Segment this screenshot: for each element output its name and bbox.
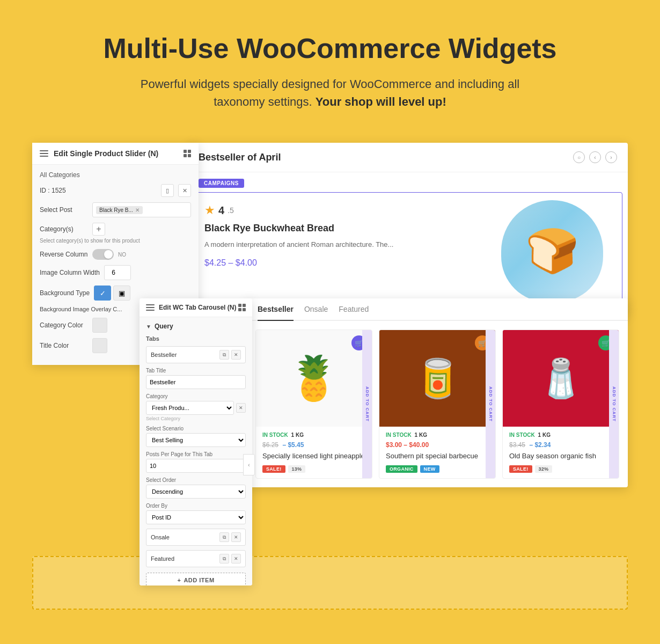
background-type-label: Background Type (40, 289, 90, 297)
add-item-label: ADD ITEM (184, 577, 214, 583)
category-label: Category (146, 393, 246, 399)
add-to-cart-strip-3[interactable]: ADD TO CART (609, 330, 619, 478)
select-scenario-label: Select Scenario (146, 426, 246, 431)
toggle-no-label: NO (118, 252, 126, 258)
carousel-tab-featured[interactable]: Featured (339, 298, 369, 321)
reverse-column-label: Reverse Column (40, 251, 88, 258)
category-select-row: Fresh Produ... ✕ (146, 401, 246, 415)
product-card-1: 🍍 🛒 IN STOCK 1 KG $6.25 – $5.45 Speciall… (255, 330, 372, 479)
beans-icon: 🥫 (414, 356, 461, 400)
id-close-button[interactable]: ✕ (178, 184, 191, 197)
tab-featured-copy[interactable]: ⧉ (219, 554, 229, 564)
tab-item-bestseller: Bestseller ⧉ ✕ (146, 346, 246, 363)
product-card-1-body: IN STOCK 1 KG $6.25 – $5.45 Specially li… (256, 427, 372, 478)
select-order-row: Select Order Descending (146, 477, 246, 499)
tab-bestseller-copy[interactable]: ⧉ (219, 350, 229, 360)
image-column-width-input[interactable] (104, 265, 131, 280)
price-new-3: – $2.34 (529, 441, 551, 449)
hero-title: Multi-Use WooCommerce Widgets (21, 32, 639, 64)
category-select[interactable]: Fresh Produ... (146, 401, 234, 415)
campaigns-badge: CAMPAIGNS (199, 179, 244, 188)
select-scenario-select[interactable]: Best Selling (146, 433, 246, 447)
carousel-tab-onsale[interactable]: Onsale (304, 298, 328, 321)
add-item-button[interactable]: + ADD ITEM (146, 573, 246, 586)
tag-new-2: NEW (420, 465, 439, 473)
image-column-width-row: Image Column Width (40, 265, 191, 280)
weight-2: 1 KG (415, 432, 427, 438)
tc-grid-icon[interactable] (238, 304, 246, 311)
tab-bestseller-buttons: ⧉ ✕ (219, 350, 241, 360)
hero-subtitle-bold: Your shop will level up! (316, 95, 446, 108)
star-icon: ★ (204, 203, 215, 217)
tab-title-input[interactable] (146, 375, 246, 389)
all-categories-label: All Categories (40, 171, 191, 179)
select-order-select[interactable]: Descending (146, 485, 246, 499)
preview-ctrl-circle[interactable]: ○ (573, 151, 585, 163)
price-old-3: $3.45 (509, 441, 525, 449)
stock-row-3: IN STOCK 1 KG (509, 432, 612, 438)
posts-per-page-input[interactable] (146, 459, 246, 473)
preview-ctrl-right[interactable]: › (605, 151, 617, 163)
hero-subtitle: Powerful widgets specially designed for … (115, 75, 545, 111)
tab-onsale-close[interactable]: ✕ (231, 532, 241, 542)
tag-sale-3: SALE! (509, 465, 532, 473)
product-image-area: 🍞 (493, 193, 611, 304)
tabs-section-label: Tabs (146, 335, 246, 342)
reverse-column-row: Reverse Column NO (40, 249, 191, 260)
tag-percent-1: 13% (288, 465, 306, 473)
query-section: ▼ Query (146, 323, 246, 330)
order-by-select[interactable]: Post ID (146, 510, 246, 524)
rating-row: ★ 4 .5 (204, 203, 482, 217)
tab-bestseller-close[interactable]: ✕ (231, 350, 241, 360)
select-post-remove[interactable]: ✕ (135, 207, 140, 213)
bg-type-image-button[interactable]: ▣ (113, 286, 130, 301)
title-color-picker[interactable] (92, 338, 107, 353)
category-field-row: Category Fresh Produ... ✕ Select Categor… (146, 393, 246, 421)
price-range-2: $3.00 – $40.00 (386, 441, 429, 449)
categories-label: Category(s) (40, 225, 88, 233)
tab-title-label: Tab Title (146, 368, 246, 374)
tc-hamburger-icon[interactable] (146, 304, 155, 311)
tab-onsale-copy[interactable]: ⧉ (219, 532, 229, 542)
background-type-buttons: ✓ ▣ (94, 286, 130, 301)
tab-featured-label: Featured (151, 555, 174, 562)
id-copy-button[interactable]: ▯ (161, 184, 174, 197)
grid-icon[interactable] (184, 150, 191, 157)
stock-row-1: IN STOCK 1 KG (262, 432, 365, 438)
tab-bestseller-label: Bestseller (151, 352, 177, 358)
hamburger-icon[interactable] (40, 150, 48, 157)
price-new-1: – $5.45 (282, 441, 304, 449)
product-card-2-image: 🥫 🛒 (379, 330, 495, 427)
add-to-cart-text-3: ADD TO CART (612, 386, 617, 422)
panel-product-preview: Bestseller of April ○ ‹ › CAMPAIGNS ★ 4 … (188, 143, 628, 316)
collapse-button[interactable]: ‹ (243, 454, 255, 475)
add-to-cart-strip-1[interactable]: ADD TO CART (362, 330, 372, 478)
category-remove[interactable]: ✕ (236, 403, 246, 413)
bg-type-check-button[interactable]: ✓ (94, 286, 111, 301)
preview-controls: ○ ‹ › (573, 151, 617, 163)
carousel-products: 🍍 🛒 IN STOCK 1 KG $6.25 – $5.45 Speciall… (247, 321, 628, 487)
carousel-tab-bestseller[interactable]: Bestseller (258, 298, 294, 321)
reverse-column-toggle[interactable] (92, 249, 114, 260)
panel-header-left: Edit Single Product Slider (N) (40, 149, 158, 158)
tab-featured-close[interactable]: ✕ (231, 554, 241, 564)
category-color-picker[interactable] (92, 318, 107, 333)
product-carousel-panel: Bestseller Onsale Featured 🍍 🛒 IN STOCK … (247, 298, 628, 487)
product-card-3-body: IN STOCK 1 KG $3.45 – $2.34 Old Bay seas… (503, 427, 619, 478)
panel-single-header: Edit Single Product Slider (N) (32, 143, 199, 165)
preview-ctrl-left[interactable]: ‹ (589, 151, 601, 163)
add-to-cart-strip-2[interactable]: ADD TO CART (486, 330, 495, 478)
categories-add-button[interactable]: + (92, 223, 105, 236)
tab-onsale-buttons: ⧉ ✕ (219, 532, 241, 542)
query-label: Query (155, 323, 173, 330)
stock-row-2: IN STOCK 1 KG (386, 432, 489, 438)
rating-decimal: .5 (228, 206, 234, 215)
product-name-3: Old Bay season organic fish (509, 452, 612, 461)
product-name-1: Specially licensed light pineapple (262, 452, 365, 461)
categories-row: Category(s) + (40, 223, 191, 236)
in-stock-3: IN STOCK (509, 432, 535, 438)
carousel-tabs: Bestseller Onsale Featured (247, 298, 628, 321)
product-card-2-body: IN STOCK 1 KG $3.00 – $40.00 Southern pi… (379, 427, 495, 478)
select-post-field[interactable]: Black Rye B... ✕ (92, 202, 191, 217)
product-card-3-image: 🧂 🛒 (503, 330, 619, 427)
